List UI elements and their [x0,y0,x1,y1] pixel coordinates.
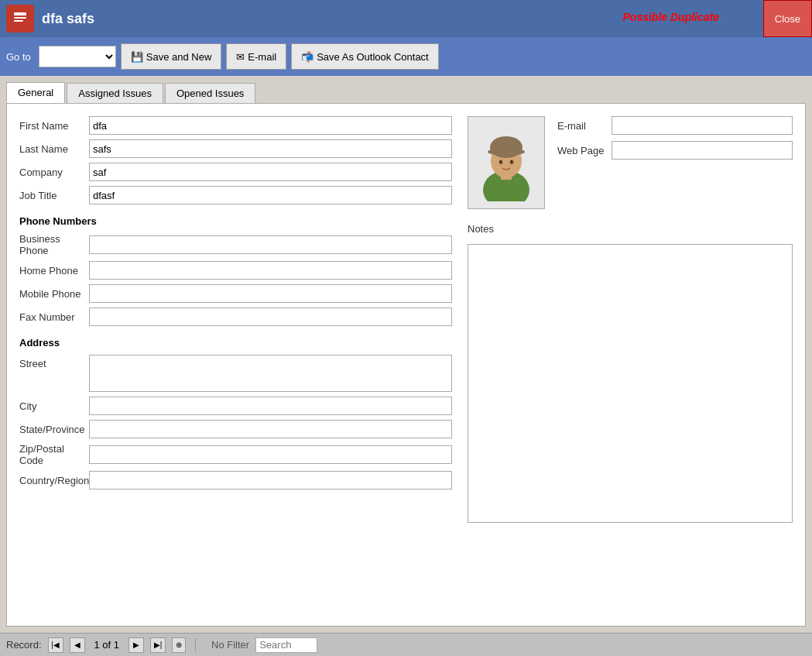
state-row: State/Province [19,420,452,438]
nav-new-button[interactable]: ⊕ [172,637,186,653]
search-input[interactable] [255,637,317,653]
first-name-input[interactable] [89,116,452,135]
email-row: E-mail [557,116,793,135]
svg-point-12 [499,160,502,164]
business-phone-label: Business Phone [19,233,89,256]
city-input[interactable] [89,397,452,415]
state-label: State/Province [19,424,89,435]
zip-row: Zip/Postal Code [19,443,452,466]
content-area: General Assigned Issues Opened Issues Fi… [0,76,812,633]
fax-number-label: Fax Number [19,311,89,323]
nav-prev-button[interactable]: ◀ [70,637,85,653]
record-label: Record: [6,639,42,651]
mobile-phone-input[interactable] [89,284,452,303]
country-input[interactable] [89,471,452,489]
street-input[interactable] [89,355,452,392]
mobile-phone-label: Mobile Phone [19,288,89,300]
save-and-new-button[interactable]: 💾 Save and New [121,43,222,70]
first-name-row: First Name [19,116,452,135]
possible-duplicate-warning: Possible Duplicate [623,11,719,23]
outlook-icon: 📬 [301,51,313,63]
save-outlook-button[interactable]: 📬 Save As Outlook Contact [291,43,439,70]
status-bar: Record: |◀ ◀ 1 of 1 ▶ ▶| ⊕ No Filter [0,633,812,656]
email-button[interactable]: ✉ E-mail [226,43,286,70]
last-name-row: Last Name [19,139,452,158]
nav-first-button[interactable]: |◀ [48,637,63,653]
city-row: City [19,397,452,415]
svg-point-13 [510,160,513,164]
street-row: Street [19,355,452,392]
business-phone-row: Business Phone [19,233,452,256]
email-input[interactable] [612,116,793,135]
avatar [468,116,545,209]
webpage-row: Web Page [557,141,793,160]
job-title-label: Job Title [19,190,89,201]
svg-rect-2 [14,17,26,19]
save-outlook-label: Save As Outlook Contact [317,51,429,63]
last-name-input[interactable] [89,139,452,158]
save-and-new-label: Save and New [146,51,212,63]
avatar-and-contact: E-mail Web Page [468,116,793,209]
left-column: First Name Last Name Company Job Title P… [19,116,452,523]
home-phone-label: Home Phone [19,265,89,276]
close-button[interactable]: Close [763,0,812,37]
zip-label: Zip/Postal Code [19,443,89,466]
last-name-label: Last Name [19,143,89,155]
window-title: dfa safs [42,11,94,27]
svg-rect-1 [14,12,26,15]
goto-label: Go to [6,51,31,63]
country-label: Country/Region [19,475,89,486]
email-label: E-mail [248,51,276,63]
notes-label: Notes [468,223,793,235]
job-title-row: Job Title [19,186,452,204]
company-label: Company [19,167,89,178]
company-input[interactable] [89,163,452,181]
email-icon: ✉ [236,51,245,63]
address-title: Address [19,337,452,349]
top-bar-right: Close [763,0,812,37]
tab-opened-issues[interactable]: Opened Issues [165,83,255,103]
city-label: City [19,400,89,412]
state-input[interactable] [89,420,452,438]
tab-assigned-issues[interactable]: Assigned Issues [67,83,163,103]
job-title-input[interactable] [89,186,452,204]
tabs: General Assigned Issues Opened Issues [6,82,806,103]
form-panel: First Name Last Name Company Job Title P… [6,103,806,627]
home-phone-row: Home Phone [19,261,452,280]
notes-input[interactable] [468,244,793,523]
svg-point-9 [488,148,525,156]
app-icon [6,5,34,33]
svg-rect-3 [14,20,23,22]
company-row: Company [19,163,452,181]
record-position: 1 of 1 [94,639,120,651]
phone-numbers-title: Phone Numbers [19,215,452,227]
first-name-label: First Name [19,120,89,132]
right-column: E-mail Web Page Notes [468,116,793,523]
fax-number-row: Fax Number [19,307,452,326]
form-inner: First Name Last Name Company Job Title P… [19,116,793,523]
toolbar: Go to 💾 Save and New ✉ E-mail 📬 Save As … [0,37,812,76]
nav-last-button[interactable]: ▶| [150,637,166,653]
title-bar: dfa safs Possible Duplicate Close [0,0,812,37]
zip-input[interactable] [89,445,452,464]
webpage-input[interactable] [612,141,793,160]
goto-dropdown[interactable] [39,46,116,67]
nav-next-button[interactable]: ▶ [128,637,144,653]
street-label: Street [19,355,89,369]
fax-number-input[interactable] [89,307,452,326]
mobile-phone-row: Mobile Phone [19,284,452,303]
no-filter-indicator: No Filter [211,639,249,651]
save-new-icon: 💾 [131,51,143,63]
webpage-label: Web Page [557,145,612,156]
email-label: E-mail [557,120,612,132]
business-phone-input[interactable] [89,235,452,254]
tab-general[interactable]: General [6,82,65,103]
country-row: Country/Region [19,471,452,489]
home-phone-input[interactable] [89,261,452,280]
contact-fields: E-mail Web Page [557,116,793,209]
